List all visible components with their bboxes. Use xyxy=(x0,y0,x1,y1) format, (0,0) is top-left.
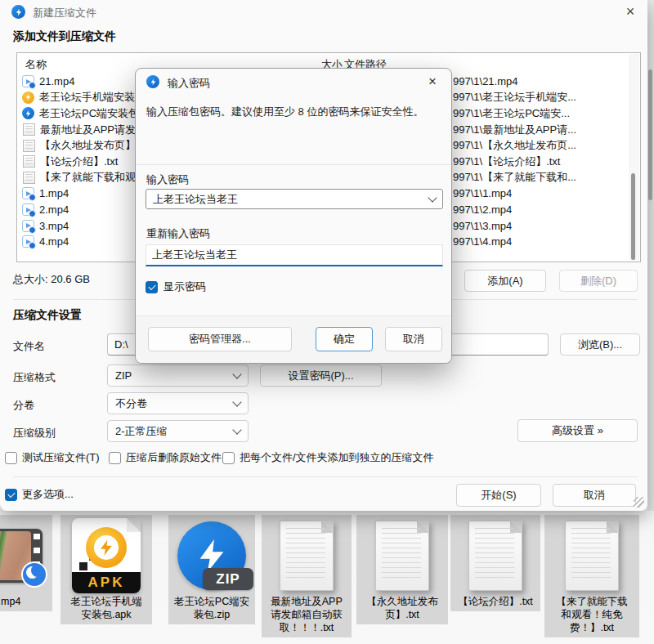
format-value: ZIP xyxy=(115,369,132,382)
file-path: 997\1\最新地址及APP请... xyxy=(453,122,576,138)
checkbox-box[interactable] xyxy=(109,452,121,464)
dialog-title: 输入密码 xyxy=(168,76,210,91)
checkbox-check-icon[interactable] xyxy=(146,281,158,293)
icon-label: 老王论坛手机端 安装包.apk xyxy=(62,595,150,621)
file-path: 997\1\【论坛介绍】.txt xyxy=(453,154,560,170)
level-label: 压缩级别 xyxy=(13,426,56,441)
chevron-down-icon xyxy=(232,397,241,406)
desktop-icon[interactable]: 【论坛介绍】.txt xyxy=(450,515,540,611)
file-name: 1.mp4 xyxy=(39,187,69,199)
video-icon xyxy=(22,75,34,87)
icon-label: 【永久地址发布 页】.txt xyxy=(358,595,446,621)
password-label: 输入密码 xyxy=(146,172,189,187)
ok-button[interactable]: 确定 xyxy=(316,327,373,351)
volume-select[interactable]: 不分卷 xyxy=(107,392,249,414)
video-icon xyxy=(22,235,34,248)
desktop-icon[interactable]: 【来了就能下载 和观看！纯免 费！】.txt xyxy=(544,515,639,637)
more-options-label: 更多选项... xyxy=(22,487,74,502)
chevron-down-icon xyxy=(428,193,437,202)
txt-icon xyxy=(23,172,35,184)
window-title: 新建压缩文件 xyxy=(33,6,96,20)
file-path: 997\1\21.mp4 xyxy=(453,74,518,90)
file-name: 3.mp4 xyxy=(39,220,69,232)
lightning-icon xyxy=(25,110,32,118)
file-path: 997\1\1.mp4 xyxy=(453,186,512,202)
close-icon[interactable]: × xyxy=(618,2,643,22)
text-file-icon xyxy=(468,521,522,591)
desktop-icon[interactable]: ZIP老王论坛PC端安 装包.zip xyxy=(168,515,255,624)
add-files-heading: 添加文件到压缩文件 xyxy=(13,29,116,44)
zip-badge: ZIP xyxy=(203,568,253,590)
start-button[interactable]: 开始(S) xyxy=(456,484,541,507)
add-button[interactable]: 添加(A) xyxy=(464,270,546,292)
screen: 1.mp4APK老王论坛手机端 安装包.apkZIP老王论坛PC端安 装包.zi… xyxy=(0,0,654,644)
level-value: 2-正常压缩 xyxy=(115,424,168,439)
text-file-icon xyxy=(375,521,429,591)
icon-label: 老王论坛PC端安 装包.zip xyxy=(170,595,253,621)
apk-file-icon: APK xyxy=(72,518,141,593)
file-path: 997\1\老王论坛PC端安... xyxy=(453,105,570,122)
text-lines xyxy=(571,528,611,582)
checkbox-check-icon[interactable] xyxy=(5,489,17,501)
option-checkbox[interactable]: 把每个文件/文件夹添加到独立的压缩文件 xyxy=(222,450,434,465)
file-name: 2.mp4 xyxy=(39,203,69,216)
set-password-button[interactable]: 设置密码(P)... xyxy=(260,364,382,387)
video-icon xyxy=(22,187,34,199)
password-combo-input[interactable]: 上老王论坛当老王 xyxy=(146,189,443,209)
show-password-checkbox[interactable]: 显示密码 xyxy=(146,280,206,294)
cancel-button[interactable]: 取消 xyxy=(553,484,636,507)
browse-button[interactable]: 浏览(B)... xyxy=(560,333,640,356)
txt-icon xyxy=(23,140,35,152)
text-file-icon xyxy=(565,521,619,591)
archive-settings-heading: 压缩文件设置 xyxy=(13,308,82,323)
text-lines xyxy=(382,528,421,582)
desktop-icon[interactable]: 最新地址及APP 请发邮箱自动获 取！！！.txt xyxy=(262,515,352,637)
confirm-password-label: 重新输入密码 xyxy=(146,226,210,241)
filename-label: 文件名 xyxy=(13,339,45,354)
file-path: 997\1\老王论坛手机端安... xyxy=(453,90,576,106)
delete-button[interactable]: 删除(D) xyxy=(559,270,638,292)
show-password-label: 显示密码 xyxy=(164,280,206,294)
more-options-checkbox[interactable]: 更多选项... xyxy=(5,487,74,502)
resize-grip[interactable] xyxy=(634,497,644,508)
advanced-settings-button[interactable]: 高级设置 » xyxy=(517,419,638,442)
file-name: 【永久地址发布页】.txt xyxy=(40,138,150,153)
file-path: 997\1\3.mp4 xyxy=(453,217,512,234)
checkbox-box[interactable] xyxy=(222,452,235,464)
list-scrollbar-thumb[interactable] xyxy=(631,173,635,260)
file-path: 997\1\【永久地址发布页... xyxy=(453,137,576,154)
file-name: 21.mp4 xyxy=(39,75,74,87)
lightning-icon xyxy=(25,93,32,101)
zip-icon xyxy=(22,107,34,119)
divider xyxy=(13,476,638,477)
play-button-icon xyxy=(21,561,47,588)
checkbox-box[interactable] xyxy=(5,452,17,464)
total-size-label: 总大小: 20.6 GB xyxy=(13,272,90,287)
dialog-message: 输入压缩包密码。建议使用至少 8 位的密码来保证安全性。 xyxy=(146,104,442,120)
dialog-cancel-button[interactable]: 取消 xyxy=(385,327,442,351)
confirm-password-input[interactable] xyxy=(146,244,443,266)
password-manager-button[interactable]: 密码管理器... xyxy=(148,327,292,351)
txt-icon xyxy=(23,155,35,168)
video-thumbnail xyxy=(0,529,43,583)
desktop-icon[interactable]: 【永久地址发布 页】.txt xyxy=(356,515,448,624)
background-scrollbar[interactable] xyxy=(648,69,652,200)
apk-logo-icon xyxy=(86,527,127,568)
format-select[interactable]: ZIP xyxy=(107,364,249,387)
close-icon[interactable]: × xyxy=(422,72,443,92)
apk-badge: APK xyxy=(72,572,141,593)
option-label: 压缩后删除原始文件 xyxy=(126,450,222,465)
column-header-name[interactable]: 名称 xyxy=(25,57,47,72)
option-checkbox[interactable]: 测试压缩文件(T) xyxy=(5,450,100,465)
option-checkbox[interactable]: 压缩后删除原始文件 xyxy=(109,450,222,465)
bandizip-zip-icon: ZIP xyxy=(177,521,246,590)
desktop-icon[interactable]: 1.mp4 xyxy=(0,515,52,611)
desktop-icon[interactable]: APK老王论坛手机端 安装包.apk xyxy=(60,515,152,624)
volume-label: 分卷 xyxy=(13,398,34,413)
text-lines xyxy=(286,528,325,582)
text-file-icon xyxy=(280,521,334,591)
file-name: 【论坛介绍】.txt xyxy=(40,154,118,169)
chevron-down-icon xyxy=(232,425,241,434)
level-select[interactable]: 2-正常压缩 xyxy=(107,420,249,442)
list-scrollbar[interactable] xyxy=(629,54,639,261)
